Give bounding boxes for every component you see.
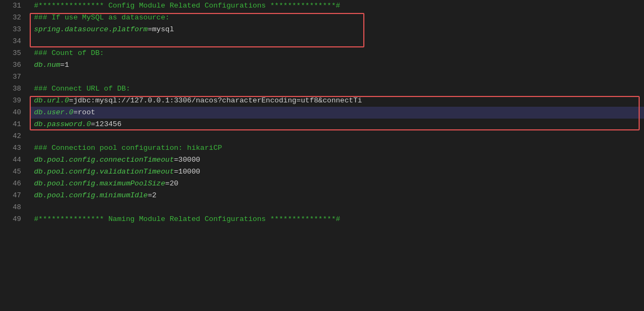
line-content: ### Count of DB: — [30, 47, 644, 59]
code-token: =mysql — [148, 25, 174, 33]
code-line: 42 — [0, 130, 644, 142]
code-token: db.user.0 — [34, 108, 73, 116]
code-line: 45db.pool.config.validationTimeout=10000 — [0, 166, 644, 178]
line-content: #*************** Config Module Related C… — [30, 0, 644, 12]
line-content: ### If use MySQL as datasource: — [30, 12, 644, 24]
code-line: 36db.num=1 — [0, 59, 644, 71]
line-number: 36 — [0, 59, 30, 71]
code-token: db.password.0 — [34, 120, 91, 128]
code-line: 35### Count of DB: — [0, 47, 644, 59]
line-content — [30, 130, 644, 142]
code-editor: 31#*************** Config Module Related… — [0, 0, 644, 311]
line-number: 49 — [0, 213, 30, 225]
code-token: =jdbc:mysql://127.0.0.1:3306/nacos?chara… — [69, 96, 362, 105]
code-line: 41db.password.0=123456 — [0, 119, 644, 130]
line-content: db.url.0=jdbc:mysql://127.0.0.1:3306/nac… — [30, 95, 644, 107]
line-number: 41 — [0, 119, 30, 130]
code-line: 47db.pool.config.minimumIdle=2 — [0, 190, 644, 202]
line-content — [30, 71, 644, 83]
line-content: db.pool.config.validationTimeout=10000 — [30, 166, 644, 178]
line-content: db.pool.config.maximumPoolSize=20 — [30, 178, 644, 190]
code-line: 39db.url.0=jdbc:mysql://127.0.0.1:3306/n… — [0, 95, 644, 107]
line-content: ### Connection pool configuration: hikar… — [30, 142, 644, 154]
line-number: 47 — [0, 190, 30, 202]
line-number: 34 — [0, 36, 30, 47]
code-lines: 31#*************** Config Module Related… — [0, 0, 644, 225]
code-token: =2 — [148, 191, 157, 199]
code-token: =10000 — [174, 168, 200, 176]
line-number: 32 — [0, 12, 30, 24]
code-line: 46db.pool.config.maximumPoolSize=20 — [0, 178, 644, 190]
line-content: db.pool.config.connectionTimeout=30000 — [30, 154, 644, 166]
code-token: #*************** Config Module Related C… — [34, 2, 340, 10]
line-content: db.user.0=root — [30, 107, 644, 119]
code-line: 43### Connection pool configuration: hik… — [0, 142, 644, 154]
code-token: db.num — [34, 61, 60, 69]
line-number: 40 — [0, 107, 30, 119]
code-token: db.pool.config.minimumIdle — [34, 191, 148, 199]
line-content — [30, 36, 644, 47]
code-line: 31#*************** Config Module Related… — [0, 0, 644, 12]
code-line: 38### Connect URL of DB: — [0, 83, 644, 95]
code-line: 33spring.datasource.platform=mysql — [0, 24, 644, 36]
line-number: 37 — [0, 71, 30, 83]
code-token: #*************** Naming Module Related C… — [34, 215, 340, 223]
code-line: 48 — [0, 202, 644, 213]
code-token: db.url.0 — [34, 96, 69, 105]
code-token: ### Connection pool configuration: hikar… — [34, 144, 222, 152]
line-content: db.pool.config.minimumIdle=2 — [30, 190, 644, 202]
code-line: 32### If use MySQL as datasource: — [0, 12, 644, 24]
line-number: 48 — [0, 202, 30, 213]
line-number: 35 — [0, 47, 30, 59]
code-token: spring.datasource.platform — [34, 25, 148, 33]
code-token: db.pool.config.validationTimeout — [34, 168, 174, 176]
code-token: db.pool.config.connectionTimeout — [34, 156, 174, 164]
line-content: spring.datasource.platform=mysql — [30, 24, 644, 36]
line-number: 31 — [0, 0, 30, 12]
code-token: ### If use MySQL as datasource: — [34, 13, 170, 22]
line-number: 43 — [0, 142, 30, 154]
code-token: ### Count of DB: — [34, 49, 104, 57]
code-line: 34 — [0, 36, 644, 47]
line-content: #*************** Naming Module Related C… — [30, 213, 644, 225]
code-token: db.pool.config.maximumPoolSize — [34, 179, 165, 188]
line-number: 33 — [0, 24, 30, 36]
line-number: 42 — [0, 130, 30, 142]
code-line: 49#*************** Naming Module Related… — [0, 213, 644, 225]
line-number: 46 — [0, 178, 30, 190]
code-token: =1 — [60, 61, 69, 69]
code-line: 44db.pool.config.connectionTimeout=30000 — [0, 154, 644, 166]
line-content — [30, 202, 644, 213]
code-token: =20 — [165, 179, 178, 188]
line-content: db.num=1 — [30, 59, 644, 71]
code-line: 40db.user.0=root — [0, 107, 644, 119]
code-token: =123456 — [91, 120, 121, 128]
code-line: 37 — [0, 71, 644, 83]
line-number: 38 — [0, 83, 30, 95]
line-number: 45 — [0, 166, 30, 178]
line-content: db.password.0=123456 — [30, 119, 644, 130]
code-token: ### Connect URL of DB: — [34, 85, 130, 93]
code-token: =root — [73, 108, 96, 116]
line-number: 39 — [0, 95, 30, 107]
line-number: 44 — [0, 154, 30, 166]
line-content: ### Connect URL of DB: — [30, 83, 644, 95]
code-token: =30000 — [174, 156, 200, 164]
